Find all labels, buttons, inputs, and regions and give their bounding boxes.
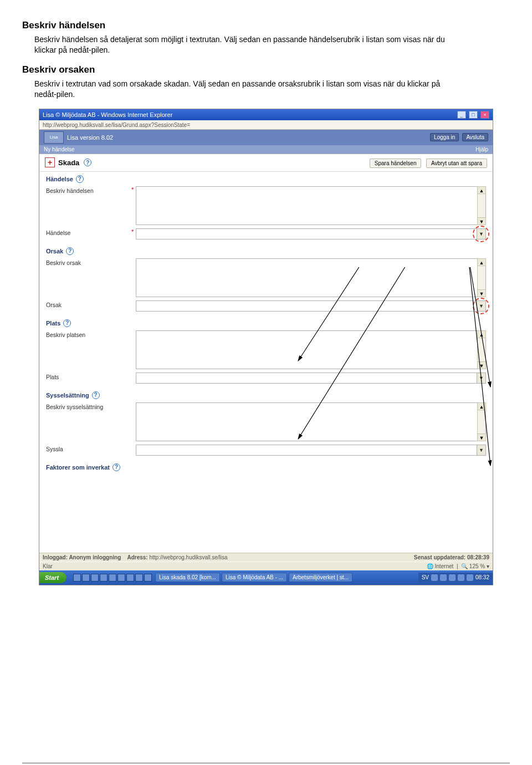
close-icon[interactable]: × — [480, 111, 489, 119]
ie-zoom-level[interactable]: 🔍 125 % ▾ — [461, 563, 489, 569]
section-handelse-title: Händelse — [46, 176, 73, 182]
label-handelse: Händelse — [46, 228, 129, 236]
dropdown-syssla[interactable]: ▼ — [136, 445, 486, 456]
scroll-down-icon[interactable]: ▼ — [477, 217, 486, 225]
form-scroll-area[interactable]: + Skada ? Spara händelsen Avbryt utan at… — [39, 154, 493, 553]
label-beskriv-orsak: Beskriv orsak — [46, 258, 129, 266]
scroll-up-icon[interactable]: ▲ — [477, 402, 486, 410]
label-beskriv-plats: Beskriv platsen — [46, 330, 129, 338]
lisa-header: Lisa Lisa version 8.02 Logga in Avsluta — [39, 130, 493, 145]
quicklaunch-icons[interactable] — [73, 574, 152, 582]
ie-statusbar: Klar 🌐 Internet | 🔍 125 % ▾ — [39, 562, 493, 570]
plus-icon: + — [45, 157, 55, 167]
tray-lang[interactable]: SV — [422, 574, 429, 580]
scroll-up-icon[interactable]: ▲ — [477, 258, 486, 266]
menu-new-event[interactable]: Ny händelse — [44, 146, 75, 152]
taskbar-item[interactable]: Arbetsmiljöverket | st... — [289, 573, 352, 582]
paragraph-orsaken: Beskriv i textrutan vad som orsakade ska… — [34, 79, 461, 100]
ie-window-controls[interactable]: _ □ × — [456, 111, 489, 119]
login-button[interactable]: Logga in — [430, 133, 459, 141]
dropdown-orsak[interactable]: ▼ — [136, 300, 486, 312]
page-footer: Lisa 8.02 Skademanual, Lisa Sida 4 — [22, 763, 510, 765]
scroll-down-icon[interactable]: ▼ — [477, 434, 486, 441]
section-plats-title: Plats — [46, 320, 60, 327]
label-plats: Plats — [46, 373, 129, 380]
status-address-label: Adress: — [127, 554, 147, 560]
maximize-icon[interactable]: □ — [469, 111, 478, 119]
page-title: Skada — [58, 159, 79, 167]
label-syssla: Syssla — [46, 445, 129, 452]
annotation-circle — [473, 298, 489, 314]
help-icon[interactable]: ? — [112, 463, 120, 471]
embedded-screenshot: Lisa © Miljödata AB - Windows Internet E… — [39, 109, 493, 585]
taskbar-item[interactable]: Lisa skada 8.02 [kom... — [155, 573, 220, 582]
cancel-button[interactable]: Avbryt utan att spara — [426, 159, 487, 168]
lisa-submenu: Ny händelse Hjälp — [39, 145, 493, 154]
status-address: http://webprog.hudiksvall.se/lisa — [149, 554, 227, 560]
lisa-version-label: Lisa version 8.02 — [67, 134, 113, 141]
paragraph-handelsen: Beskriv händelsen så detaljerat som möjl… — [34, 34, 461, 55]
required-marker: * — [129, 228, 136, 235]
menu-help[interactable]: Hjälp — [475, 146, 488, 152]
status-logged-in: Inloggad: Anonym inloggning — [43, 554, 121, 560]
label-beskriv-handelsen: Beskriv händelsen — [46, 186, 129, 194]
heading-beskriv-orsaken: Beskriv orsaken — [22, 64, 510, 75]
label-beskriv-syssel: Beskriv sysselsättning — [46, 402, 129, 410]
help-icon[interactable]: ? — [63, 319, 71, 327]
help-icon[interactable]: ? — [84, 159, 91, 166]
textarea-beskriv-syssel[interactable]: ▲▼ — [136, 402, 486, 441]
textarea-beskriv-orsak[interactable]: ▲▼ — [136, 258, 486, 297]
dropdown-handelse[interactable]: ▼ — [136, 228, 486, 239]
save-button[interactable]: Spara händelsen — [370, 159, 422, 168]
system-tray[interactable]: SV 08:32 — [418, 573, 493, 583]
section-plats-heading: Plats ? — [46, 319, 486, 327]
chevron-down-icon[interactable]: ▼ — [477, 445, 485, 455]
scroll-down-icon[interactable]: ▼ — [477, 289, 486, 297]
ie-titlebar: Lisa © Miljödata AB - Windows Internet E… — [39, 109, 493, 120]
taskbar-item[interactable]: Lisa © Miljödata AB - ... — [222, 573, 287, 582]
scroll-up-icon[interactable]: ▲ — [477, 330, 486, 338]
dropdown-plats[interactable]: ▼ — [136, 373, 486, 384]
annotation-circle — [473, 226, 489, 242]
scroll-down-icon[interactable]: ▼ — [477, 361, 486, 369]
lisa-statusbar: Inloggad: Anonym inloggning Adress: http… — [39, 553, 493, 562]
tray-clock: 08:32 — [475, 574, 489, 580]
start-button[interactable]: Start — [39, 572, 66, 583]
section-orsak-title: Orsak — [46, 248, 63, 254]
help-icon[interactable]: ? — [92, 391, 100, 399]
required-marker: * — [129, 186, 136, 193]
section-orsak-heading: Orsak ? — [46, 247, 486, 255]
section-handelse-heading: Händelse ? — [46, 175, 486, 183]
section-syssel-title: Sysselsättning — [46, 392, 89, 399]
help-icon[interactable]: ? — [66, 247, 74, 255]
section-faktorer-heading: Faktorer som inverkat ? — [46, 463, 486, 471]
chevron-down-icon[interactable]: ▼ — [477, 373, 485, 383]
textarea-beskriv-handelsen[interactable]: ▲▼ — [136, 186, 486, 225]
heading-beskriv-handelsen: Beskriv händelsen — [22, 20, 510, 31]
textarea-beskriv-plats[interactable]: ▲▼ — [136, 330, 486, 369]
ie-address-bar[interactable]: http://webprog.hudiksvall.se/lisa/Grund.… — [39, 120, 493, 130]
exit-button[interactable]: Avsluta — [462, 133, 488, 141]
section-syssel-heading: Sysselsättning ? — [46, 391, 486, 399]
label-orsak: Orsak — [46, 300, 129, 308]
scroll-up-icon[interactable]: ▲ — [477, 186, 486, 194]
ie-status-internet: 🌐 Internet — [427, 563, 454, 569]
minimize-icon[interactable]: _ — [457, 111, 466, 119]
section-faktorer-title: Faktorer som inverkat — [46, 464, 110, 471]
ie-window-title: Lisa © Miljödata AB - Windows Internet E… — [43, 111, 172, 118]
ie-status-done: Klar — [43, 563, 53, 569]
status-updated: Senast uppdaterad: 08:28:39 — [414, 554, 489, 560]
lisa-logo-icon: Lisa — [44, 131, 64, 144]
windows-taskbar: Start Lisa skada 8.02 [kom... Lisa © Mil… — [39, 570, 493, 585]
help-icon[interactable]: ? — [76, 175, 84, 183]
